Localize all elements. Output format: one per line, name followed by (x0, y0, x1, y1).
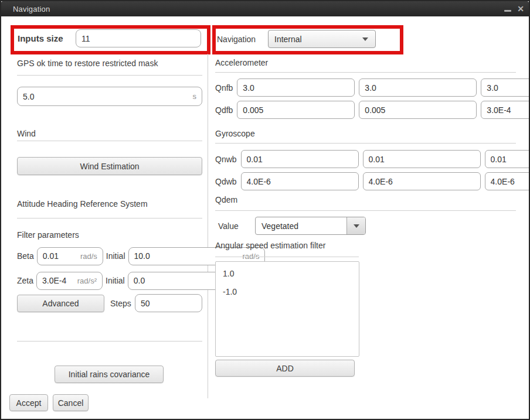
zeta-field[interactable]: rad/s² (36, 272, 103, 290)
angular-filter-list[interactable]: 1.0 -1.0 (215, 261, 359, 357)
qdfb-row: Qdfb (215, 101, 507, 119)
gps-restore-label: GPS ok time to restore restricted mask (17, 59, 158, 68)
initial-rains-covariance-button[interactable]: Initial rains covariance (55, 366, 164, 383)
zeta-row: Zeta rad/s² Initial rad/s² (17, 271, 202, 290)
navigation-label: Navigation (217, 35, 256, 44)
gps-time-field[interactable]: s (17, 87, 202, 106)
qdwb-field-3[interactable] (485, 172, 530, 190)
add-button[interactable]: ADD (215, 360, 355, 377)
beta-label: Beta (17, 251, 34, 261)
qdem-value-label: Value (218, 221, 239, 231)
qnwb-field-2[interactable] (363, 150, 481, 168)
cancel-button[interactable]: Cancel (53, 394, 89, 411)
qdwb-input-2[interactable] (369, 177, 475, 186)
inputs-size-input[interactable] (81, 34, 195, 43)
zeta-label: Zeta (17, 276, 33, 285)
qdwb-input-3[interactable] (491, 177, 530, 186)
zeta-unit: rad/s² (77, 276, 97, 285)
divider (17, 75, 202, 76)
inputs-size-field[interactable] (76, 29, 201, 47)
advanced-button[interactable]: Advanced (17, 295, 104, 312)
qdfb-input-2[interactable] (365, 105, 471, 115)
qnfb-field-3[interactable] (481, 78, 530, 97)
qnwb-input-2[interactable] (369, 155, 475, 164)
steps-input[interactable] (141, 299, 196, 308)
beta-field[interactable]: rad/s (37, 247, 103, 265)
divider (215, 72, 516, 73)
list-item[interactable]: 1.0 (216, 267, 359, 285)
qnwb-input-1[interactable] (247, 155, 353, 164)
beta-row: Beta rad/s Initial rad/s (17, 247, 202, 265)
qdwb-field-1[interactable] (241, 172, 359, 190)
qdfb-field-1[interactable] (237, 101, 355, 119)
qdwb-row: Qdwb (215, 172, 510, 190)
qnwb-label: Qnwb (215, 155, 237, 164)
beta-initial-input[interactable] (134, 251, 240, 261)
qnfb-input-2[interactable] (365, 83, 471, 93)
beta-unit: rad/s (80, 252, 97, 261)
qnfb-row: Qnfb (215, 78, 507, 97)
beta-input[interactable] (43, 251, 78, 261)
qnwb-field-3[interactable] (485, 150, 530, 168)
divider (215, 210, 516, 211)
title-bar[interactable]: Navigation ✕ (1, 1, 529, 16)
qnfb-field-1[interactable] (237, 78, 355, 97)
qdwb-field-2[interactable] (363, 172, 481, 190)
chevron-down-icon (362, 37, 368, 41)
window-title: Navigation (13, 5, 50, 13)
qdfb-field-2[interactable] (359, 101, 477, 119)
qnfb-field-2[interactable] (359, 78, 477, 97)
ahrs-header: Attitude Heading Reference System (17, 199, 148, 209)
navigation-selected-value: Internal (274, 35, 302, 44)
qnfb-input-3[interactable] (487, 83, 530, 93)
list-item[interactable]: -1.0 (216, 285, 359, 303)
steps-label: Steps (110, 299, 131, 308)
qnwb-input-3[interactable] (491, 155, 530, 164)
navigation-dialog: Navigation ✕ Inputs size GPS ok time to … (0, 0, 530, 420)
qnfb-input-1[interactable] (243, 83, 349, 93)
gps-time-unit: s (193, 92, 197, 101)
column-divider (208, 54, 208, 398)
filter-parameters-header: Filter parameters (17, 230, 79, 240)
beta-initial-unit: rad/s (243, 252, 260, 261)
wind-estimation-button[interactable]: Wind Estimation (17, 157, 202, 175)
angular-filter-header: Angular speed estimation filter (215, 241, 325, 250)
accelerometer-header: Accelerometer (215, 58, 268, 67)
qdfb-input-1[interactable] (243, 105, 349, 115)
minimize-icon[interactable] (504, 4, 511, 14)
qdfb-label: Qdfb (215, 105, 233, 115)
divider (17, 218, 202, 218)
qdem-value-select[interactable]: Vegetated (255, 217, 366, 235)
qnwb-row: Qnwb (215, 150, 510, 168)
chevron-down-icon (354, 224, 359, 228)
zeta-input[interactable] (42, 276, 75, 285)
qdem-header: Qdem (215, 195, 237, 204)
qnwb-field-1[interactable] (241, 150, 359, 168)
divider (215, 257, 359, 257)
inputs-size-label: Inputs size (18, 33, 63, 43)
close-icon[interactable]: ✕ (517, 5, 524, 13)
qdwb-label: Qdwb (215, 177, 237, 186)
dialog-content: Inputs size GPS ok time to restore restr… (1, 16, 529, 419)
window-controls: ✕ (504, 1, 524, 16)
divider (17, 341, 202, 342)
divider (215, 143, 516, 144)
gyroscope-header: Gyroscope (215, 129, 255, 138)
beta-initial-label: Initial (106, 251, 125, 261)
qdfb-input-3[interactable] (487, 105, 530, 115)
navigation-select[interactable]: Internal (268, 30, 376, 48)
zeta-initial-label: Initial (106, 276, 125, 285)
qdfb-field-3[interactable] (481, 101, 530, 119)
qdem-selected-value: Vegetated (261, 221, 298, 231)
gps-time-input[interactable] (23, 92, 191, 101)
divider (17, 141, 202, 141)
wind-header: Wind (17, 129, 36, 138)
qnfb-label: Qnfb (215, 83, 233, 93)
qdwb-input-1[interactable] (247, 177, 353, 186)
steps-field[interactable] (135, 294, 202, 312)
accept-button[interactable]: Accept (9, 394, 48, 411)
qdem-dropdown-button[interactable] (346, 217, 365, 234)
